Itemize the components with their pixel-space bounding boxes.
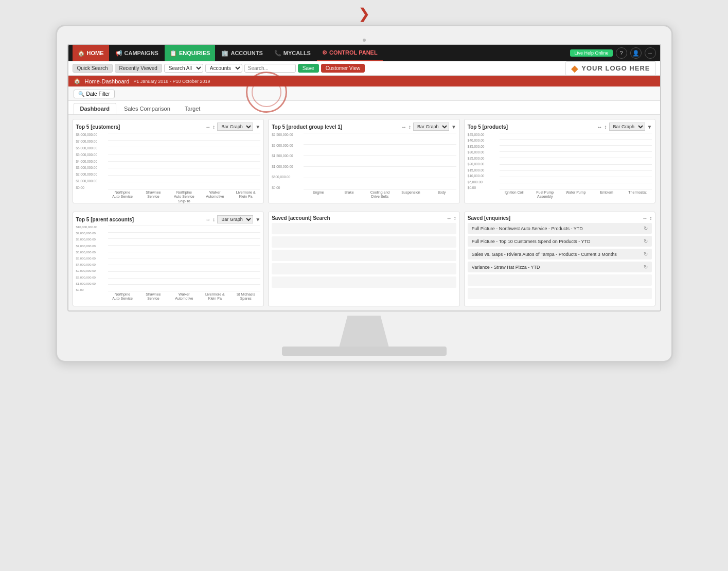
nav-bar: 🏠 HOME 📢 CAMPAIGNS 📋 ENQUIRIES 🏢 aCcounT… xyxy=(68,45,660,61)
saved-item-empty xyxy=(272,276,456,288)
expand-icon[interactable]: ↔ xyxy=(205,124,210,130)
x-labels-2: Engine Brake Cooling and Drive Belts Sus… xyxy=(304,189,456,200)
x-label-group: Livermore & Klein Pa xyxy=(231,189,260,200)
chart-type-select-3[interactable]: Bar Graph xyxy=(609,123,645,131)
nav-item-enquiries[interactable]: 📋 ENQUIRIES xyxy=(165,45,216,61)
chart-options-icon[interactable]: ▼ xyxy=(255,124,260,130)
date-filter-button[interactable]: 🔍 Date Filter xyxy=(74,90,115,98)
customers-chart: $8,000,000.00 $7,000,000.00 $6,000,000.0… xyxy=(76,133,261,200)
nav-item-accounts[interactable]: 🏢 aCcounTS xyxy=(216,45,268,61)
date-filter-bar: 🔍 Date Filter xyxy=(68,86,660,101)
save-button[interactable]: Save xyxy=(298,64,319,73)
expand-icon-3[interactable]: ↔ xyxy=(597,124,602,130)
refresh-icon[interactable]: ↻ xyxy=(644,226,648,231)
tab-dashboard[interactable]: Dashboard xyxy=(74,103,116,114)
tab-target[interactable]: Target xyxy=(178,103,207,114)
x-label-group: Walker Automotive xyxy=(169,291,199,303)
tab-sales-comparison[interactable]: Sales Comparison xyxy=(117,103,177,114)
collapse-icon[interactable]: ↕ xyxy=(212,124,215,130)
saved-account-search-panel: Saved [account] Search ↔ ↕ xyxy=(268,212,460,306)
live-help-button[interactable]: Live Help Online xyxy=(570,49,612,57)
dashboard-bottom-row: Top 5 [parent accounts] ↔ ↕ Bar Graph ▼ … xyxy=(68,212,660,310)
screen-dot xyxy=(363,39,366,42)
saved-account-header: Saved [account] Search ↔ ↕ xyxy=(272,215,456,221)
logo-text: YOUR LOGO HERE xyxy=(581,64,650,72)
x-label-group: Body xyxy=(427,189,456,200)
expand-icon-6[interactable]: ↔ xyxy=(642,215,647,221)
x-label-group: St Michaels Spares xyxy=(231,291,260,303)
nav-item-home[interactable]: 🏠 HOME xyxy=(73,45,109,61)
customer-view-button[interactable]: Customer View xyxy=(321,64,365,73)
collapse-icon-2[interactable]: ↕ xyxy=(409,124,411,130)
expand-icon-5[interactable]: ↔ xyxy=(447,215,452,221)
refresh-icon[interactable]: ↻ xyxy=(644,238,648,244)
saved-enquiry-item[interactable]: Full Picture - Top 10 Customers Spend on… xyxy=(468,236,652,247)
chart-options-icon-3[interactable]: ▼ xyxy=(647,124,652,130)
saved-item-empty xyxy=(272,223,456,234)
x-label-group: Shawnee Service xyxy=(138,189,168,200)
y-axis-labels-4: $10,000,000.00 $9,000,000.00 $8,000,000.… xyxy=(76,226,107,291)
chart-type-select-4[interactable]: Bar Graph xyxy=(217,215,253,223)
expand-icon-4[interactable]: ↔ xyxy=(205,217,210,222)
product-group-bars xyxy=(304,133,456,189)
accounts-icon: 🏢 xyxy=(221,50,228,57)
logout-button[interactable]: → xyxy=(645,47,656,59)
customers-bars xyxy=(108,133,261,189)
top5-parent-title: Top 5 [parent accounts] xyxy=(76,217,134,222)
collapse-icon-4[interactable]: ↕ xyxy=(212,217,215,222)
products-bars xyxy=(500,133,652,189)
expand-icon-2[interactable]: ↔ xyxy=(401,124,406,130)
collapse-icon-5[interactable]: ↕ xyxy=(454,215,456,221)
top5-parent-panel: Top 5 [parent accounts] ↔ ↕ Bar Graph ▼ … xyxy=(73,212,264,306)
x-label-group: Thermostat xyxy=(623,189,652,200)
saved-item-empty xyxy=(468,274,652,286)
x-label-group: Northpine Auto Service xyxy=(108,291,137,303)
chart-type-select-2[interactable]: Bar Graph xyxy=(413,123,449,131)
nav-item-campaigns[interactable]: 📢 CAMPAIGNS xyxy=(110,45,164,61)
x-label-group: Walker Automotive xyxy=(200,189,229,200)
collapse-icon-6[interactable]: ↕ xyxy=(649,215,652,221)
enquiries-icon: 📋 xyxy=(170,50,177,57)
quick-search-button[interactable]: Quick Search xyxy=(73,64,113,73)
chevron-icon: ❯ xyxy=(358,5,370,22)
saved-account-controls: ↔ ↕ xyxy=(447,215,456,221)
y-axis-labels: $8,000,000.00 $7,000,000.00 $6,000,000.0… xyxy=(76,133,107,189)
chart-options-icon-2[interactable]: ▼ xyxy=(451,124,456,130)
x-label-group: Brake xyxy=(334,189,364,200)
breadcrumb-date-range: P1 January 2018 - P10 October 2019 xyxy=(133,79,210,84)
search-input[interactable] xyxy=(244,64,296,73)
saved-enquiries-items: Full Picture - Northwest Auto Service - … xyxy=(468,223,652,299)
x-labels: Northpine Auto Service Shawnee Service N… xyxy=(108,189,261,200)
chart-controls: ↔ ↕ Bar Graph ▼ xyxy=(205,123,260,131)
user-button[interactable]: 👤 xyxy=(630,47,642,59)
saved-enquiry-item[interactable]: Sales vs. Gaps - Riviera Autos of Tampa … xyxy=(468,249,652,259)
refresh-icon[interactable]: ↻ xyxy=(644,251,648,257)
collapse-icon-3[interactable]: ↕ xyxy=(605,124,607,130)
campaigns-icon: 📢 xyxy=(115,50,122,57)
search-all-select[interactable]: Search All xyxy=(164,64,203,73)
dashboard-top-row: Top 5 [customers] ↔ ↕ Bar Graph ▼ $8,000… xyxy=(68,115,660,212)
x-labels-3: Ignition Coil Fuel Pump Assembly Water P… xyxy=(500,189,652,200)
x-label-group: Northpine Auto Service xyxy=(108,189,137,200)
refresh-icon[interactable]: ↻ xyxy=(644,264,648,270)
recently-viewed-button[interactable]: Recently Viewed xyxy=(115,64,162,73)
saved-enquiry-item[interactable]: Variance - Straw Hat Pizza - YTD ↻ xyxy=(468,262,652,272)
nav-item-controlpanel[interactable]: ⚙ CONTROL PANEL xyxy=(317,45,383,61)
saved-enquiry-item[interactable]: Full Picture - Northwest Auto Service - … xyxy=(468,223,652,234)
top5-product-group-title: Top 5 [product group level 1] xyxy=(272,124,342,130)
monitor-neck xyxy=(323,316,405,347)
x-label-group: Ignition Coil xyxy=(500,189,529,200)
x-label-group: Northpine Auto Service Ship-To xyxy=(169,189,199,200)
help-button[interactable]: ? xyxy=(616,47,627,59)
chart-type-select[interactable]: Bar Graph xyxy=(217,123,253,131)
chart-options-icon-4[interactable]: ▼ xyxy=(255,217,260,222)
nav-item-mycalls[interactable]: 📞 MYCALLS xyxy=(269,45,316,61)
x-label-group: Emblem xyxy=(592,189,622,200)
saved-enquiries-header: Saved [enquiries] ↔ ↕ xyxy=(468,215,652,221)
breadcrumb-home-icon: 🏠 xyxy=(74,78,81,84)
top5-customers-panel: Top 5 [customers] ↔ ↕ Bar Graph ▼ $8,000… xyxy=(73,119,264,203)
x-label-group: Suspension xyxy=(396,189,425,200)
monitor-screen: 🏠 HOME 📢 CAMPAIGNS 📋 ENQUIRIES 🏢 aCcounT… xyxy=(67,44,661,312)
top5-product-group-header: Top 5 [product group level 1] ↔ ↕ Bar Gr… xyxy=(272,123,456,131)
accounts-select[interactable]: Accounts xyxy=(205,64,242,73)
